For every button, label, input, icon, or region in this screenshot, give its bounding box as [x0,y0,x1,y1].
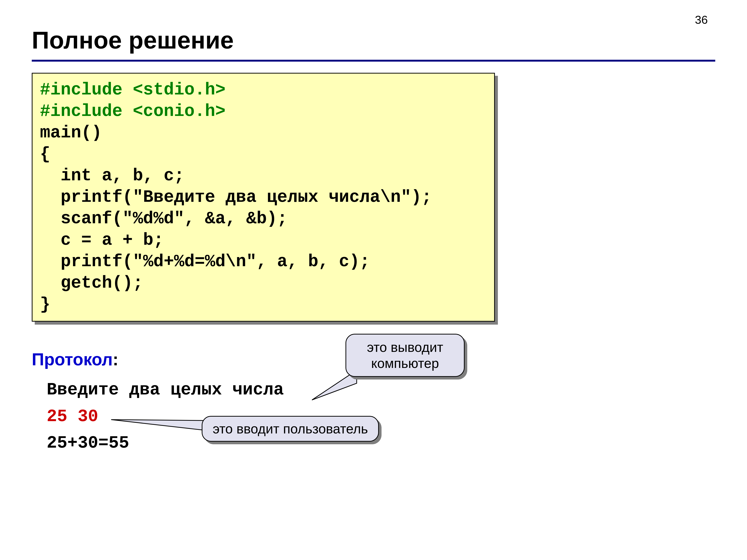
code-line-6: printf("Введите два целых числа\n"); [40,187,432,207]
code-line-9: printf("%d+%d=%d\n", a, b, c); [40,252,370,271]
code-box: #include <stdio.h> #include <conio.h> ma… [32,73,495,322]
callout-computer-output: это выводит компьютер [345,334,465,377]
protocol-line-1: Введите два целых числа [47,377,715,403]
slide: 36 Полное решение #include <stdio.h> #in… [0,0,747,560]
code-line-7: scanf("%d%d", &a, &b); [40,209,287,229]
svg-marker-1 [111,420,210,431]
title-underline [32,60,715,61]
code-block: #include <stdio.h> #include <conio.h> ma… [32,73,495,322]
slide-title: Полное решение [32,26,715,54]
code-line-1: #include <stdio.h> [40,80,226,100]
callout-user-input: это вводит пользователь [202,416,379,442]
code-line-10: getch(); [40,273,143,293]
code-line-4: { [40,144,50,164]
code-line-3: main() [40,123,102,142]
code-line-8: c = a + b; [40,230,164,250]
code-line-2: #include <conio.h> [40,102,226,121]
protocol-colon: : [112,350,119,369]
page-number: 36 [695,13,708,26]
code-line-11: } [40,295,50,314]
callout-line-1: это выводит [356,339,455,355]
callout-2-pointer [111,416,212,433]
protocol-label-text: Протокол [32,350,112,369]
code-line-5: int a, b, c; [40,166,184,186]
callout-line-2: компьютер [356,355,455,371]
protocol-section: это выводит компьютер это вводит пользов… [32,350,715,457]
callout-body: это выводит компьютер [345,334,465,377]
callout-body: это вводит пользователь [202,416,379,442]
callout-text: это вводит пользователь [213,421,368,436]
